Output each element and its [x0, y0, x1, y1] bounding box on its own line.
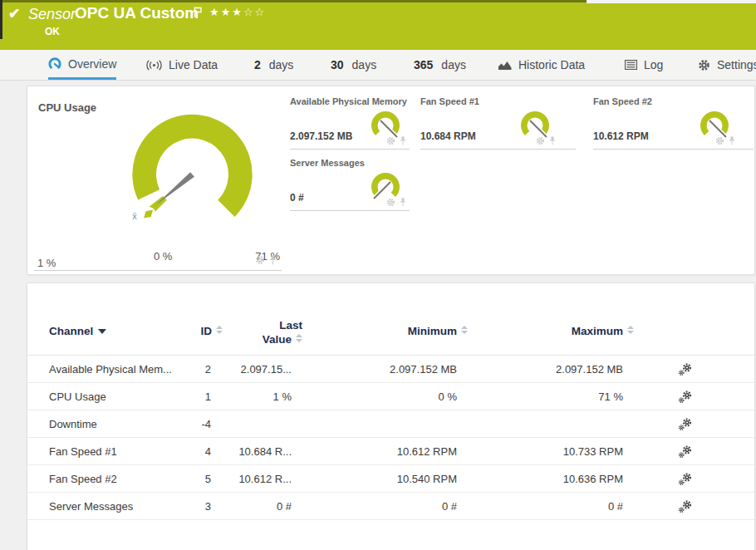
pin-icon[interactable]: [400, 136, 406, 145]
sort-icon: [296, 334, 302, 342]
gauge-cell-fan-speed-2: Fan Speed #2 10.612 RPM: [593, 93, 754, 150]
tab-365-days-number: 365: [414, 58, 433, 71]
channel-id-cell: 4: [205, 445, 211, 458]
live-data-icon: [146, 60, 162, 71]
channel-id-cell: 3: [205, 500, 211, 513]
channel-name-cell: Available Physical Mem...: [49, 363, 203, 376]
tab-365-days-label: days: [441, 58, 466, 71]
column-header-last-value[interactable]: Last Value: [263, 318, 302, 346]
channel-name-cell: Fan Speed #1: [49, 445, 203, 458]
priority-stars[interactable]: ★★★☆☆: [209, 6, 266, 18]
table-row: Server Messages 3 0 # 0 # 0 #: [27, 493, 754, 520]
gear-icon[interactable]: [386, 198, 395, 207]
minimum-cell: 10.612 RPM: [397, 445, 457, 458]
tab-log-label: Log: [644, 58, 663, 71]
gauges-panel: CPU Usage x̄ 0 % 71 % 1 % Available Phys…: [27, 86, 755, 275]
channel-settings-icon[interactable]: [678, 362, 692, 379]
tab-settings-label: Settings: [717, 58, 756, 71]
gear-icon[interactable]: [386, 136, 395, 145]
left-edge-dark: [0, 0, 2, 39]
tab-30-days[interactable]: 30 days: [331, 50, 376, 80]
gauge-cell-server-messages: Server Messages 0 #: [290, 155, 410, 211]
gauge-value: 0 #: [290, 192, 304, 204]
tab-bar: Overview Live Data 2 days 30 days 365 da…: [0, 50, 756, 81]
pin-icon[interactable]: [729, 136, 735, 145]
table-row: Fan Speed #1 4 10.684 R... 10.612 RPM 10…: [27, 438, 754, 465]
settings-gear-icon: [698, 59, 710, 71]
sensor-title: OPC UA Custom: [75, 4, 199, 22]
pin-icon[interactable]: [269, 255, 277, 265]
gauge-label: Fan Speed #1: [420, 96, 479, 106]
cpu-current-value: 1 %: [37, 257, 56, 269]
cpu-gauge: x̄: [115, 101, 269, 226]
tab-overview-label: Overview: [68, 57, 116, 71]
channel-id-cell: 5: [205, 473, 211, 485]
channel-settings-icon[interactable]: [678, 417, 692, 434]
cpu-gauge-average-marker: x̄: [132, 211, 137, 221]
channel-name-cell: CPU Usage: [49, 390, 203, 403]
gauge-value: 10.612 RPM: [593, 130, 649, 142]
tab-2-days-number: 2: [254, 58, 261, 71]
tab-30-days-number: 30: [331, 58, 344, 71]
maximum-cell: 71 %: [598, 390, 623, 403]
tab-historic-data-label: Historic Data: [518, 58, 585, 71]
maximum-cell: 0 #: [608, 500, 623, 513]
sensor-header: ✔ Sensor OPC UA Custom ★★★☆☆ OK: [0, 0, 756, 50]
sort-icon: [461, 326, 468, 334]
flag-icon[interactable]: [194, 6, 203, 21]
tab-log[interactable]: Log: [625, 50, 663, 80]
column-header-maximum[interactable]: Maximum: [572, 325, 634, 337]
column-header-id[interactable]: ID: [201, 325, 223, 337]
column-header-minimum[interactable]: Minimum: [408, 325, 468, 337]
tab-live-data[interactable]: Live Data: [146, 50, 218, 80]
top-edge-light: [587, 0, 756, 3]
gauge-value: 10.684 RPM: [420, 130, 476, 142]
log-icon: [625, 60, 637, 70]
gear-icon[interactable]: [536, 136, 545, 145]
last-value-cell: 10.612 R...: [238, 473, 292, 485]
gear-icon[interactable]: [255, 255, 265, 265]
sort-icon: [627, 326, 634, 334]
gear-icon[interactable]: [715, 136, 724, 145]
gauge-label: Server Messages: [290, 158, 365, 168]
cpu-usage-gauge-cell: CPU Usage x̄ 0 % 71 % 1 %: [34, 91, 282, 271]
minimum-cell: 2.097.152 MB: [390, 363, 457, 376]
channel-id-cell: 1: [205, 390, 211, 403]
pin-icon[interactable]: [400, 198, 406, 207]
gauge-cell-available-physical-memory: Available Physical Memory 2.097.152 MB: [290, 93, 410, 150]
channel-name-cell: Downtime: [49, 418, 203, 430]
channel-id-cell: 2: [205, 363, 211, 376]
cpu-gauge-needle: [155, 172, 194, 205]
maximum-cell: 2.097.152 MB: [556, 363, 623, 376]
tab-historic-data[interactable]: Historic Data: [498, 50, 585, 80]
tab-2-days-label: days: [269, 58, 294, 71]
maximum-cell: 10.636 RPM: [563, 473, 623, 485]
tab-live-data-label: Live Data: [169, 58, 218, 71]
cpu-gauge-title: CPU Usage: [38, 101, 96, 114]
channel-name-cell: Server Messages: [49, 500, 203, 513]
column-header-channel[interactable]: Channel: [49, 325, 106, 337]
cpu-gauge-scale-min: 0 %: [154, 250, 172, 263]
tab-365-days[interactable]: 365 days: [414, 50, 466, 80]
channel-table-panel: Channel ID Last Value Minimum Maximum Av…: [27, 282, 755, 550]
sort-desc-icon: [98, 329, 106, 334]
sensor-type-label: Sensor: [28, 6, 76, 23]
channel-settings-icon[interactable]: [678, 472, 692, 489]
last-value-cell: 10.684 R...: [238, 445, 292, 458]
pin-icon[interactable]: [549, 136, 556, 145]
last-value-cell: 1 %: [273, 390, 292, 403]
channel-settings-icon[interactable]: [678, 499, 692, 516]
channel-settings-icon[interactable]: [678, 444, 692, 461]
minimum-cell: 10.540 RPM: [397, 473, 457, 485]
gauge-value: 2.097.152 MB: [290, 130, 352, 142]
gauge-label: Fan Speed #2: [593, 96, 652, 106]
tab-settings[interactable]: Settings: [698, 50, 756, 80]
gauge-cell-fan-speed-1: Fan Speed #1 10.684 RPM: [420, 93, 576, 150]
table-row: Downtime -4: [27, 410, 754, 438]
table-row: CPU Usage 1 1 % 0 % 71 %: [27, 383, 754, 410]
tab-2-days[interactable]: 2 days: [254, 50, 293, 80]
tab-overview[interactable]: Overview: [48, 50, 116, 80]
top-edge-dark: [0, 0, 587, 2]
channel-name-cell: Fan Speed #2: [49, 473, 203, 485]
channel-settings-icon[interactable]: [678, 390, 692, 406]
